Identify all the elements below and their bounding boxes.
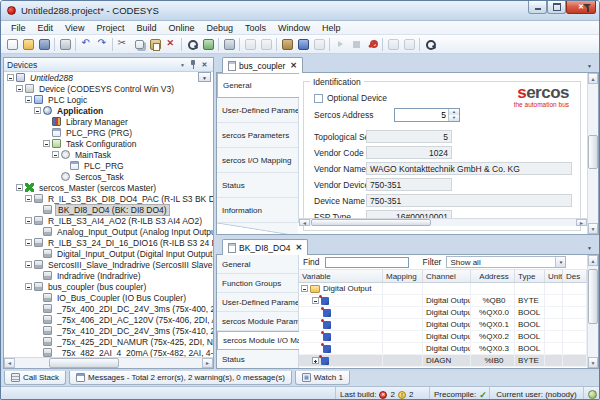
package-button[interactable] [279, 36, 295, 52]
close-tab-icon[interactable] [296, 243, 303, 252]
scroll-left-icon[interactable] [4, 358, 15, 368]
scroll-up-icon[interactable] [588, 73, 598, 84]
tree-item[interactable]: Indradrive (Indradrive) [4, 270, 213, 281]
tab-function-groups[interactable]: Function Groups [217, 274, 298, 293]
devices-panel-header[interactable]: Devices [4, 58, 213, 72]
expand-toggle[interactable] [16, 85, 23, 92]
title-bar[interactable]: Untitled288.project* - CODESYS [1, 1, 600, 21]
panel-menu-icon[interactable] [177, 59, 188, 70]
expand-toggle[interactable] [16, 184, 23, 191]
tree-item[interactable]: Device (CODESYS Control Win V3) [4, 83, 213, 94]
minimize-button[interactable] [528, 1, 547, 14]
find-input[interactable] [325, 257, 409, 268]
paste-button[interactable] [147, 36, 163, 52]
menu-item-edit[interactable]: Edit [32, 23, 60, 33]
menu-item-view[interactable]: View [59, 23, 90, 33]
tree-item[interactable]: Sercos_Task [4, 171, 213, 182]
column-header[interactable]: Des [563, 270, 587, 282]
tab-sercos-module-i-o-mapping[interactable]: sercos Module I/O Mapping [217, 331, 299, 350]
tree-item[interactable]: _75x_406_2DI_AC_120V (75x-406, 2DI, AC 1… [4, 314, 213, 325]
find-button[interactable] [184, 36, 200, 52]
tab-status[interactable]: Status [217, 173, 298, 198]
expand-toggle[interactable] [7, 74, 14, 81]
tree-item[interactable]: IO_Bus_Coupler (IO Bus Coupler) [4, 292, 213, 303]
close-tab-icon[interactable] [290, 61, 297, 70]
tab-information[interactable]: Information [217, 198, 298, 223]
build-button[interactable] [295, 36, 311, 52]
tree-item[interactable]: R_ILB_S3_24_DI_16_DIO16 (R-ILB S3 24 DI … [4, 237, 213, 248]
print-button[interactable] [57, 36, 73, 52]
column-header[interactable]: Address [471, 270, 515, 282]
tab-sercos-parameters[interactable]: sercos Parameters [217, 123, 298, 148]
tree-item[interactable]: PLC Logic [4, 94, 213, 105]
optional-device-checkbox[interactable] [314, 94, 323, 103]
redo-button[interactable] [94, 36, 110, 52]
tree-item[interactable]: _75x_410_2DI_DC_24V_3ms (75x-410, 2DI, D… [4, 325, 213, 336]
expand-toggle[interactable] [34, 107, 41, 114]
zoom-button[interactable] [422, 36, 438, 52]
table-row[interactable]: Digital Output 4%QX0.3BOOL [299, 343, 587, 355]
tree-item[interactable]: Digital_Input_Output (Digital Input Outp… [4, 248, 213, 259]
tree-item[interactable]: Application [4, 105, 213, 116]
tree-item[interactable]: _75x_425_2DI_NAMUR (75x-425, 2DI, NAMUR) [4, 336, 213, 347]
expand-toggle[interactable] [25, 217, 32, 224]
scroll-down-icon[interactable] [588, 357, 598, 368]
menu-item-file[interactable]: File [5, 23, 32, 33]
menu-item-online[interactable]: Online [162, 23, 200, 33]
tree-item[interactable]: PLC_PRG (PRG) [4, 127, 213, 138]
tree-item[interactable]: R_IL_S3_BK_DI8_DO4_PAC (R-IL S3 BK DI8 D… [4, 193, 213, 204]
menu-item-tools[interactable]: Tools [239, 23, 272, 33]
tree-item[interactable]: _75x_482_2AI_4_20mA (75x-482, 2AI, 4-20m… [4, 347, 213, 357]
device-combo-button[interactable] [198, 72, 211, 82]
table-row[interactable]: Digital Output 1%QX0.0BOOL [299, 307, 587, 319]
sercos-address-input[interactable] [395, 109, 448, 121]
scrollbar-thumb[interactable] [588, 135, 598, 169]
table-row[interactable]: Digital Output [299, 283, 587, 295]
form-vertical-scrollbar[interactable] [587, 73, 598, 234]
pin-icon[interactable] [188, 59, 199, 70]
table-row[interactable]: Digital Output%QB0BYTE [299, 295, 587, 307]
scroll-up-icon[interactable] [588, 255, 598, 266]
expand-toggle[interactable] [25, 96, 32, 103]
scrollbar-thumb[interactable] [49, 358, 119, 368]
tab-bus-coupler[interactable]: bus_coupler [222, 57, 303, 73]
tree-item[interactable]: Analog_Input_Output (Analog Input Output… [4, 226, 213, 237]
spinner-down-icon[interactable] [449, 115, 459, 121]
tab-general[interactable]: General [217, 73, 299, 98]
scrollbar-thumb[interactable] [588, 269, 598, 324]
tree-item[interactable]: MainTask [4, 149, 213, 160]
expand-toggle[interactable] [25, 239, 32, 246]
menu-item-build[interactable]: Build [130, 23, 162, 33]
expand-toggle[interactable] [25, 283, 32, 290]
find-replace-button[interactable] [200, 36, 216, 52]
table-vertical-scrollbar[interactable] [587, 255, 598, 368]
tab-status[interactable]: Status [217, 350, 298, 369]
panel-tab-watch[interactable]: Watch 1 [295, 371, 350, 385]
form-horizontal-scrollbar[interactable] [299, 218, 587, 226]
devices-horizontal-scrollbar[interactable] [4, 357, 213, 368]
scroll-left-icon[interactable] [299, 219, 310, 226]
scroll-right-icon[interactable] [576, 219, 587, 226]
cut-button[interactable] [115, 36, 131, 52]
tree-item[interactable]: SercosIII_Slave_Indradrive (SercosIII Sl… [4, 259, 213, 270]
tree-item[interactable]: Untitled288 [4, 72, 213, 83]
scrollbar-thumb[interactable] [311, 219, 431, 226]
tab-bk-di8-do4[interactable]: BK_DI8_DO4 [222, 239, 308, 255]
column-header[interactable]: Mapping [383, 270, 423, 282]
current-user-status[interactable]: Current user: (nobody) [489, 387, 583, 400]
undo-button[interactable] [78, 36, 94, 52]
copy-button[interactable] [131, 36, 147, 52]
gateway-status[interactable] [583, 387, 600, 400]
tree-item[interactable]: Library Manager [4, 116, 213, 127]
save-button[interactable] [36, 36, 52, 52]
tab-user-defined-parameters[interactable]: User-Defined Parameters [217, 293, 298, 312]
menu-item-help[interactable]: Help [316, 23, 347, 33]
scroll-down-icon[interactable] [588, 223, 598, 234]
tab-list-dropdown-icon[interactable] [584, 60, 595, 70]
tree-item[interactable]: BK_DI8_DO4 (BK: DI8 DO4) [4, 204, 213, 215]
expand-toggle[interactable] [312, 297, 319, 304]
menu-item-project[interactable]: Project [90, 23, 130, 33]
column-header[interactable]: Channel [423, 270, 471, 282]
tree-item[interactable]: PLC_PRG [4, 160, 213, 171]
new-file-button[interactable] [4, 36, 20, 52]
